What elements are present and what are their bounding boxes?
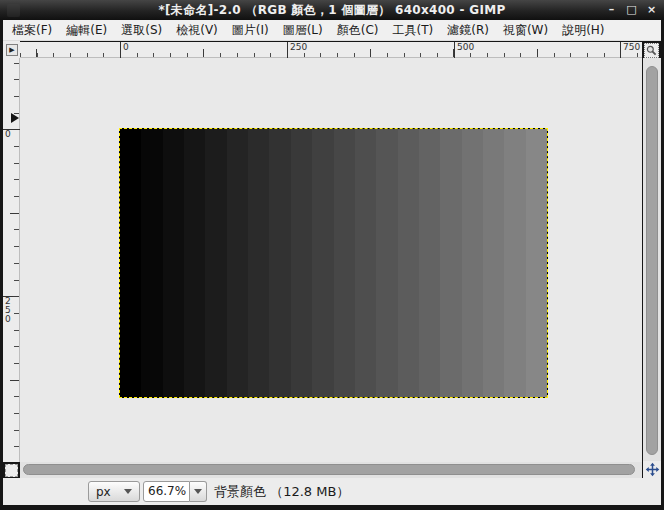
zoom-dropdown-button[interactable] [190, 481, 207, 502]
canvas-viewport[interactable] [20, 58, 642, 462]
menu-select[interactable]: 選取(S) [114, 19, 169, 42]
status-message: 背景顏色 （12.8 MB） [214, 478, 349, 505]
zoom-input[interactable]: 66.7% [143, 481, 190, 502]
v-ruler-label: 250 [3, 296, 13, 324]
unit-select[interactable]: px [88, 481, 140, 502]
close-button[interactable]: × [645, 1, 658, 19]
maximize-button[interactable]: □ [625, 1, 638, 19]
window-title: *[未命名]-2.0 （RGB 顏色，1 個圖層） 640x400 - GIMP [0, 0, 664, 20]
menu-tools[interactable]: 工具(T) [386, 19, 441, 42]
canvas-image[interactable] [120, 129, 547, 397]
window-menu-icon[interactable] [7, 4, 20, 17]
vertical-ruler[interactable]: 0 250 [3, 58, 20, 462]
menu-file[interactable]: 檔案(F) [5, 19, 59, 42]
menu-image[interactable]: 圖片(I) [225, 19, 276, 42]
h-ruler-label: 500 [454, 42, 474, 58]
horizontal-scrollbar[interactable] [20, 462, 642, 478]
minimize-button[interactable]: – [605, 1, 618, 19]
gimp-window: *[未命名]-2.0 （RGB 顏色，1 個圖層） 640x400 - GIMP… [0, 0, 664, 510]
menu-windows[interactable]: 視窗(W) [496, 19, 555, 42]
horizontal-scrollbar-thumb[interactable] [23, 464, 635, 475]
h-ruler-label: 750 [620, 42, 640, 58]
pointer-position-marker-icon [11, 113, 19, 123]
menu-edit[interactable]: 編輯(E) [59, 19, 114, 42]
v-ruler-label: 0 [3, 129, 20, 139]
h-ruler-label: 0 [120, 42, 129, 58]
menubar: 檔案(F) 編輯(E) 選取(S) 檢視(V) 圖片(I) 圖層(L) 顏色(C… [3, 20, 661, 41]
menu-help[interactable]: 說明(H) [555, 19, 611, 42]
image-menu-button[interactable]: ▶ [6, 44, 18, 56]
menu-view[interactable]: 檢視(V) [169, 19, 225, 42]
ruler-corner: ▶ [3, 41, 20, 58]
menu-filters[interactable]: 濾鏡(R) [440, 19, 496, 42]
h-ruler-label: 250 [287, 42, 307, 58]
chevron-down-icon [124, 489, 132, 494]
menu-colors[interactable]: 顏色(C) [330, 19, 386, 42]
pan-navigation-button[interactable] [643, 461, 661, 478]
magnifier-icon [646, 45, 657, 56]
window-controls: – □ × [605, 0, 658, 20]
pan-arrows-icon [645, 462, 660, 477]
unit-select-value: px [96, 485, 111, 499]
statusbar: px 66.7% 背景顏色 （12.8 MB） [3, 478, 661, 505]
vertical-scrollbar-thumb[interactable] [646, 66, 658, 455]
titlebar[interactable]: *[未命名]-2.0 （RGB 顏色，1 個圖層） 640x400 - GIMP… [0, 0, 664, 20]
vertical-scrollbar[interactable] [643, 58, 661, 462]
menu-layer[interactable]: 圖層(L) [276, 19, 330, 42]
horizontal-ruler[interactable]: 0 250 500 750 [20, 42, 642, 58]
zoom-follow-window-button[interactable] [644, 43, 659, 58]
chevron-down-icon [194, 489, 202, 494]
quick-mask-button[interactable] [5, 464, 18, 477]
